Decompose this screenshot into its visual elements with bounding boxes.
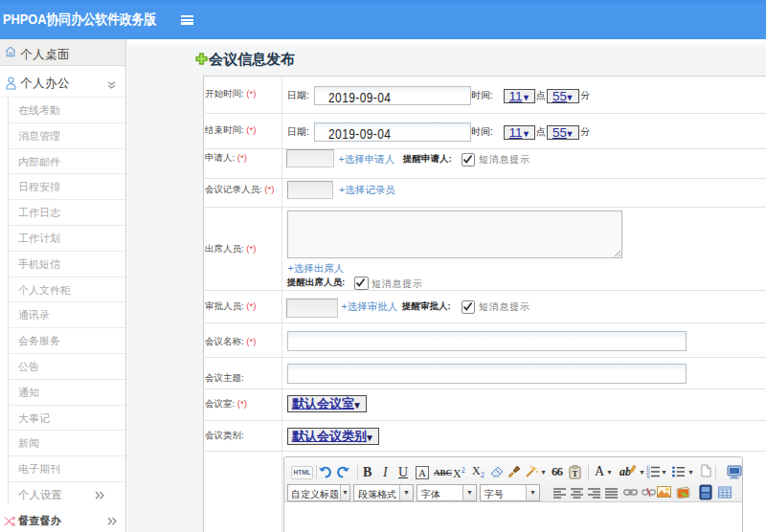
svg-text:T: T	[572, 469, 577, 478]
svg-text:3: 3	[646, 475, 649, 478]
